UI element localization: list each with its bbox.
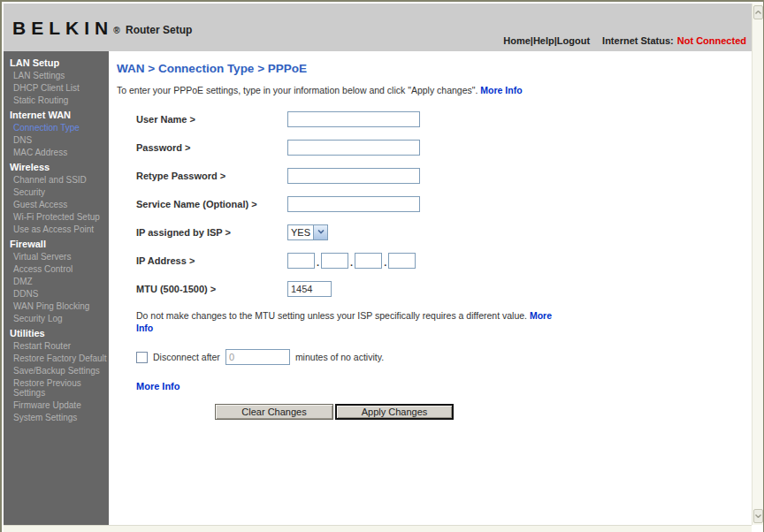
sidebar-item-use-as-access-point[interactable]: Use as Access Point	[4, 224, 109, 236]
retype-password-row: Retype Password >	[136, 168, 752, 184]
ip-address-row: IP Address > . . .	[136, 253, 752, 269]
registered-mark: ®	[113, 26, 119, 35]
user-name-row: User Name >	[136, 111, 752, 127]
status-label: Internet Status:	[602, 35, 674, 46]
help-link[interactable]: Help	[533, 35, 554, 46]
user-name-label: User Name >	[136, 114, 287, 125]
sidebar-item-virtual-servers[interactable]: Virtual Servers	[4, 251, 109, 263]
retype-password-label: Retype Password >	[136, 171, 287, 181]
disconnect-checkbox[interactable]	[136, 352, 148, 363]
disconnect-label-after: minutes of no activity.	[295, 352, 384, 362]
sidebar-item-ddns[interactable]: DDNS	[4, 288, 109, 300]
service-name-field[interactable]	[287, 196, 420, 212]
ip-dot: .	[384, 256, 386, 269]
ip-octet-4-field[interactable]	[388, 253, 416, 269]
ip-assigned-select[interactable]: YES	[287, 224, 328, 240]
user-name-field[interactable]	[287, 111, 420, 127]
service-name-label: Service Name (Optional) >	[136, 199, 287, 209]
sidebar-item-dmz[interactable]: DMZ	[4, 276, 109, 288]
status-value: Not Connected	[677, 35, 746, 46]
sidebar-item-restore-previous-settings[interactable]: Restore Previous Settings	[4, 377, 109, 399]
ip-assigned-value: YES	[288, 227, 313, 238]
main-content: WAN > Connection Type > PPPoE To enter y…	[109, 51, 752, 525]
password-row: Password >	[136, 140, 752, 156]
sidebar-section-utilities: Utilities	[4, 325, 109, 340]
sidebar-item-security-log[interactable]: Security Log	[4, 313, 109, 325]
ip-octet-1-field[interactable]	[287, 253, 315, 269]
more-info-link-intro[interactable]: More Info	[480, 85, 522, 95]
sidebar-item-wifi-protected-setup[interactable]: Wi-Fi Protected Setup	[4, 211, 109, 224]
header-right: Home|Help|Logout Internet Status:Not Con…	[503, 35, 746, 46]
password-field[interactable]	[287, 140, 420, 156]
sidebar-item-wan-ping-blocking[interactable]: WAN Ping Blocking	[4, 300, 109, 313]
sidebar-nav: LAN Setup LAN Settings DHCP Client List …	[4, 51, 109, 525]
chevron-down-icon	[313, 225, 327, 239]
button-row: Clear Changes Apply Changes	[215, 404, 752, 420]
sidebar-item-dns[interactable]: DNS	[4, 134, 109, 147]
sidebar-item-lan-settings[interactable]: LAN Settings	[4, 70, 109, 82]
belkin-logo: BELKIN®	[12, 18, 120, 39]
sidebar-item-mac-address[interactable]: MAC Address	[4, 147, 109, 159]
ip-address-label: IP Address >	[136, 255, 287, 266]
disconnect-row: Disconnect after minutes of no activity.	[136, 349, 752, 365]
intro-text-body: To enter your PPPoE settings, type in yo…	[117, 85, 480, 95]
ip-dot: .	[317, 256, 319, 269]
header-nav: Home|Help|Logout	[503, 35, 590, 46]
ip-octet-2-field[interactable]	[321, 253, 348, 269]
scroll-up-icon[interactable]	[753, 5, 763, 19]
sidebar-item-save-backup-settings[interactable]: Save/Backup Settings	[4, 365, 109, 377]
scroll-down-icon[interactable]	[753, 509, 763, 523]
logout-link[interactable]: Logout	[557, 35, 590, 46]
sidebar-section-lan-setup: LAN Setup	[4, 55, 109, 70]
sidebar-section-wireless: Wireless	[4, 159, 109, 174]
router-setup-page: BELKIN® Router Setup Home|Help|Logout In…	[0, 0, 764, 532]
more-info-solo-row: More Info	[136, 381, 752, 391]
breadcrumb: WAN > Connection Type > PPPoE	[117, 62, 752, 75]
sidebar-item-system-settings[interactable]: System Settings	[4, 412, 109, 424]
vertical-scrollbar[interactable]	[752, 4, 763, 525]
internet-status: Internet Status:Not Connected	[602, 35, 746, 46]
apply-changes-button[interactable]: Apply Changes	[335, 404, 454, 420]
sidebar-section-firewall: Firewall	[4, 236, 109, 251]
sidebar-item-static-routing[interactable]: Static Routing	[4, 95, 109, 107]
disconnect-minutes-field[interactable]	[225, 349, 290, 365]
sidebar-item-security[interactable]: Security	[4, 186, 109, 199]
retype-password-field[interactable]	[287, 168, 420, 184]
ip-octet-3-field[interactable]	[355, 253, 382, 269]
mtu-row: MTU (500-1500) >	[136, 281, 752, 297]
sidebar-item-guest-access[interactable]: Guest Access	[4, 199, 109, 211]
ip-assigned-label: IP assigned by ISP >	[136, 227, 287, 238]
brand-text: BELKIN	[12, 18, 113, 38]
mtu-field[interactable]	[287, 281, 332, 297]
header-bar: BELKIN® Router Setup Home|Help|Logout In…	[4, 4, 752, 51]
pppoe-form: User Name > Password > Retype Password >…	[117, 111, 752, 297]
sidebar-item-channel-and-ssid[interactable]: Channel and SSID	[4, 174, 109, 186]
ip-assigned-row: IP assigned by ISP > YES	[136, 224, 752, 240]
sidebar-item-connection-type[interactable]: Connection Type	[4, 122, 109, 134]
bottom-edge-strip	[4, 525, 752, 532]
ip-address-group: . . .	[287, 253, 416, 269]
mtu-note: Do not make changes to the MTU setting u…	[136, 309, 559, 335]
home-link[interactable]: Home	[503, 35, 531, 46]
password-label: Password >	[136, 142, 287, 153]
ip-dot: .	[350, 256, 353, 269]
clear-changes-button[interactable]: Clear Changes	[215, 404, 333, 420]
sidebar-item-firmware-update[interactable]: Firmware Update	[4, 399, 109, 412]
intro-text: To enter your PPPoE settings, type in yo…	[117, 84, 552, 97]
sidebar-section-internet-wan: Internet WAN	[4, 107, 109, 122]
disconnect-label-before: Disconnect after	[153, 352, 220, 362]
service-name-row: Service Name (Optional) >	[136, 196, 752, 212]
sidebar-item-access-control[interactable]: Access Control	[4, 263, 109, 276]
page-title: Router Setup	[126, 24, 192, 36]
sidebar-item-restart-router[interactable]: Restart Router	[4, 340, 109, 353]
mtu-label: MTU (500-1500) >	[136, 284, 287, 294]
mtu-note-body: Do not make changes to the MTU setting u…	[136, 310, 530, 321]
sidebar-item-restore-factory-default[interactable]: Restore Factory Default	[4, 353, 109, 365]
more-info-link-disconnect[interactable]: More Info	[136, 381, 180, 391]
sidebar-item-dhcp-client-list[interactable]: DHCP Client List	[4, 82, 109, 95]
